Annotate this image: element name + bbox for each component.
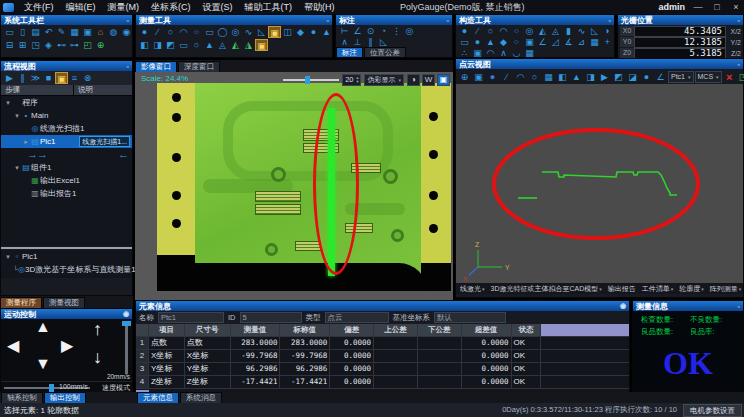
- white-balance-icon[interactable]: W: [422, 74, 435, 86]
- dim-chamfer-icon[interactable]: ∧: [338, 36, 351, 48]
- tri-r-icon[interactable]: ◮: [242, 39, 255, 51]
- tab-元素信息[interactable]: 元素信息: [137, 392, 179, 403]
- add-view-icon[interactable]: ⊞: [16, 39, 29, 51]
- motor-params-button[interactable]: 电机参数设置: [683, 404, 742, 417]
- c-oval-icon[interactable]: ○: [510, 37, 523, 46]
- lock-view-icon[interactable]: ▣: [437, 74, 450, 86]
- speed-slider-handle[interactable]: [49, 384, 54, 392]
- dim-ordinate-icon[interactable]: ⋮: [390, 25, 403, 37]
- c-tri-icon[interactable]: ⊿: [575, 36, 588, 48]
- expander-icon[interactable]: ▾: [13, 112, 21, 120]
- edit-icon[interactable]: ✎: [55, 26, 68, 38]
- arc-icon[interactable]: ◠: [177, 26, 190, 38]
- plane-icon[interactable]: ▣: [268, 26, 281, 38]
- sphere-icon[interactable]: ●: [486, 71, 499, 83]
- tri-dot-icon[interactable]: ◬: [216, 39, 229, 51]
- curve-icon[interactable]: ∿: [242, 26, 255, 38]
- type-field[interactable]: 点云: [325, 312, 389, 323]
- tree-item-3D激光基于坐标系与直线测量1[interactable]: └◎3D激光基于坐标系与直线测量1: [1, 263, 132, 276]
- sphere-icon[interactable]: ●: [307, 26, 320, 38]
- c-ellipse-icon[interactable]: ○: [510, 26, 523, 35]
- chain-icon[interactable]: ⊶: [68, 39, 81, 51]
- grid-icon[interactable]: ▦: [68, 26, 81, 38]
- tree-item-Plc1[interactable]: ▸▤Plc1线激光扫描1...: [1, 135, 132, 148]
- tree-item-Plc1[interactable]: ▾▫Plc1: [1, 250, 132, 263]
- camera-icon[interactable]: ◉: [120, 26, 133, 38]
- jog-right-button[interactable]: ▶: [61, 336, 73, 355]
- dock-icon[interactable]: ▫: [738, 303, 740, 310]
- arc-icon[interactable]: ◠: [514, 71, 527, 83]
- image-viewport[interactable]: Scale: 24.4% 20 ▲▼ 伪彩显示▾ ◑W▣: [135, 72, 453, 300]
- pan-icon[interactable]: ⊕: [458, 71, 471, 83]
- expander-icon[interactable]: ▸: [22, 138, 30, 146]
- coordsys-select[interactable]: MCS▾: [695, 71, 722, 83]
- jog-z-down-button[interactable]: ↓: [93, 347, 102, 368]
- pause-icon[interactable]: ∥: [16, 72, 29, 84]
- speed-vertical-slider[interactable]: [125, 322, 128, 374]
- contrast-icon[interactable]: ◑: [407, 74, 420, 86]
- pointcloud-viewport[interactable]: ZYX: [456, 84, 743, 283]
- dock-icon[interactable]: ▫: [609, 17, 611, 24]
- table-row[interactable]: 4Z坐标Z坐标-17.4421-17.44210.00000.0000OK: [136, 376, 629, 389]
- view-top-icon[interactable]: ▲: [570, 71, 583, 83]
- panel-icon[interactable]: ⊟: [3, 39, 16, 51]
- diamond-icon[interactable]: ◆: [294, 26, 307, 38]
- dock-icon[interactable]: ▫: [738, 61, 740, 68]
- fit-icon[interactable]: ◳: [29, 39, 42, 51]
- save-icon[interactable]: ▤: [29, 26, 42, 38]
- view-right-icon[interactable]: ◨: [584, 71, 597, 83]
- menu-坐标系(C)[interactable]: 坐标系(C): [145, 0, 197, 14]
- image-zoom-slider[interactable]: [283, 79, 339, 81]
- c-cross-icon[interactable]: +: [601, 36, 614, 48]
- pc-button-输出报告[interactable]: 输出报告: [606, 284, 638, 294]
- tab-影像窗口[interactable]: 影像窗口: [135, 61, 177, 72]
- zoom-add-icon[interactable]: ⊕: [94, 39, 107, 51]
- dock-icon[interactable]: ▫: [738, 17, 740, 24]
- dim-perp-icon[interactable]: ⊥: [351, 36, 364, 48]
- id-field[interactable]: 5: [240, 312, 302, 323]
- dock-icon[interactable]: ▫: [447, 17, 449, 24]
- name-field[interactable]: Ptc1: [158, 312, 224, 323]
- slot-icon[interactable]: ◫: [281, 26, 294, 38]
- pointcloud-select[interactable]: Ptc1▾: [668, 71, 694, 83]
- box-icon[interactable]: ▭: [177, 39, 190, 51]
- window-icon[interactable]: ▣: [81, 26, 94, 38]
- line-icon[interactable]: ∕: [500, 71, 513, 83]
- pc-button-工件清单[interactable]: 工件清单▾: [640, 284, 676, 294]
- link-icon[interactable]: ⊷: [55, 39, 68, 51]
- pin-icon[interactable]: ◉: [123, 310, 129, 318]
- dim-concentric-icon[interactable]: ◎: [403, 25, 416, 37]
- tab-输出控制[interactable]: 输出控制: [44, 392, 86, 403]
- c-bridge-icon[interactable]: ◠: [484, 47, 497, 59]
- tree-item-组件1[interactable]: ▾▤组件1: [1, 161, 132, 174]
- tab-测量程序[interactable]: 测量程序: [0, 297, 42, 308]
- settings-icon[interactable]: ◍: [107, 26, 120, 38]
- table-row[interactable]: 1点数点数283.0000283.00000.00000.0000OK: [136, 337, 629, 350]
- c-valley-icon[interactable]: ◡: [510, 47, 523, 59]
- rect-icon[interactable]: ▭: [203, 26, 216, 38]
- run-icon[interactable]: ▶: [3, 72, 16, 84]
- tab-位置公差[interactable]: 位置公差: [364, 47, 406, 57]
- tree-item-Main[interactable]: ▾•Main: [1, 109, 132, 122]
- abort-icon[interactable]: ⊗: [81, 72, 94, 84]
- view-iso1-icon[interactable]: ◩: [612, 71, 625, 83]
- tab-测量视图[interactable]: 测量视图: [43, 297, 85, 308]
- batch-icon[interactable]: ▣: [255, 39, 268, 51]
- menu-测量(M)[interactable]: 测量(M): [102, 0, 146, 14]
- dock-icon[interactable]: ▫: [127, 63, 129, 70]
- jog-up-button[interactable]: ▲: [35, 318, 51, 336]
- pc-button-阵列测量[interactable]: 阵列测量▾: [708, 284, 743, 294]
- view-left-icon[interactable]: ◧: [556, 71, 569, 83]
- jog-z-up-button[interactable]: ↑: [93, 319, 102, 340]
- expander-icon[interactable]: ▾: [4, 253, 12, 261]
- c-corner-icon[interactable]: ∠: [536, 36, 549, 48]
- jog-down-button[interactable]: ▼: [35, 355, 51, 373]
- open-icon[interactable]: ▯: [16, 26, 29, 38]
- angle-icon[interactable]: ◺: [255, 26, 268, 38]
- datum-field[interactable]: 默认: [434, 312, 506, 323]
- pc-button-线激光[interactable]: 线激光▾: [458, 284, 487, 294]
- menu-帮助(H)[interactable]: 帮助(H): [298, 0, 341, 14]
- capture-icon[interactable]: ◰: [81, 39, 94, 51]
- point-icon[interactable]: ●: [138, 26, 151, 38]
- minimize-button[interactable]: —: [692, 0, 704, 14]
